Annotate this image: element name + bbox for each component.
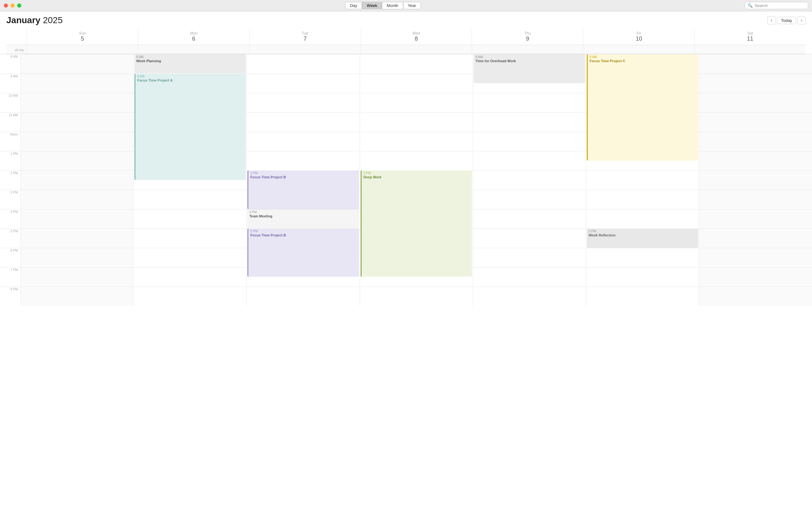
event-focus-c[interactable]: 8 AM Focus Time Project C — [587, 54, 698, 161]
app-container: Day Week Month Year 🔍 Search January 202… — [0, 0, 812, 510]
calendar-grid: 8 AM 9 AM 10 AM 11 AM Noon 1 PM 2 PM 3 P… — [0, 54, 812, 306]
calendar-header: January 2025 ‹ Today › Sun 5 Mon 6 Tue 7 — [0, 11, 812, 54]
time-gutter: 8 AM 9 AM 10 AM 11 AM Noon 1 PM 2 PM 3 P… — [0, 54, 20, 306]
view-year-button[interactable]: Year — [403, 2, 421, 9]
event-deep-work[interactable]: 2 PM Deep Work — [361, 170, 472, 277]
search-box[interactable]: 🔍 Search — [745, 2, 808, 9]
allday-thu — [472, 45, 583, 54]
day-header-mon: Mon 6 — [138, 29, 249, 45]
maximize-button[interactable] — [17, 3, 21, 8]
today-button[interactable]: Today — [777, 17, 796, 24]
view-switcher: Day Week Month Year — [345, 2, 421, 9]
window-controls — [4, 3, 21, 8]
calendar-title-row: January 2025 ‹ Today › — [6, 15, 806, 25]
search-label: Search — [755, 3, 768, 8]
allday-tue — [249, 45, 361, 54]
prev-button[interactable]: ‹ — [767, 16, 776, 24]
time-8pm: 8 PM — [0, 287, 20, 306]
event-week-planning[interactable]: 8 AM Week Planning — [134, 54, 246, 73]
time-4pm: 4 PM — [0, 209, 20, 228]
close-button[interactable] — [4, 3, 8, 8]
day-col-sun — [20, 54, 133, 306]
time-10am: 10 AM — [0, 93, 20, 112]
view-month-button[interactable]: Month — [382, 2, 403, 9]
minimize-button[interactable] — [10, 3, 14, 8]
event-overhead[interactable]: 8 AM Time for Overhead Work — [474, 54, 585, 83]
allday-mon — [138, 45, 249, 54]
allday-sun — [27, 45, 138, 54]
allday-label: all-day — [6, 45, 27, 54]
time-5pm: 5 PM — [0, 228, 20, 248]
allday-row: all-day — [6, 45, 806, 54]
day-header-tue: Tue 7 — [249, 29, 361, 45]
nav-controls: ‹ Today › — [767, 16, 806, 24]
day-col-wed: 2 PM Deep Work — [360, 54, 473, 306]
titlebar-right: 🔍 Search — [745, 2, 808, 9]
day-header-thu: Thu 9 — [472, 29, 583, 45]
time-3pm: 3 PM — [0, 190, 20, 209]
view-day-button[interactable]: Day — [345, 2, 362, 9]
day-header-wed: Wed 8 — [361, 29, 472, 45]
time-9am: 9 AM — [0, 74, 20, 93]
time-8am: 8 AM — [0, 54, 20, 74]
day-col-tue: 2 PM Focus Time Project B 4 PM Team Meet… — [246, 54, 360, 306]
next-button[interactable]: › — [798, 16, 806, 24]
day-header-fri: Fri 10 — [583, 29, 694, 45]
day-header-sun: Sun 5 — [27, 29, 138, 45]
calendar-month: January — [6, 15, 40, 25]
day-header-sat: Sat 11 — [694, 29, 806, 45]
time-1pm: 1 PM — [0, 151, 20, 170]
event-focus-b-1[interactable]: 2 PM Focus Time Project B — [247, 170, 359, 209]
day-col-thu: 8 AM Time for Overhead Work — [473, 54, 586, 306]
view-week-button[interactable]: Week — [362, 2, 382, 9]
allday-fri — [583, 45, 694, 54]
calendar-grid-container: 8 AM 9 AM 10 AM 11 AM Noon 1 PM 2 PM 3 P… — [0, 54, 812, 510]
day-col-mon: 8 AM Week Planning 9 AM Focus Time Proje… — [133, 54, 247, 306]
calendar-title: January 2025 — [6, 15, 62, 25]
time-noon: Noon — [0, 132, 20, 151]
event-focus-a[interactable]: 9 AM Focus Time Project A — [134, 74, 246, 180]
time-2pm: 2 PM — [0, 170, 20, 190]
day-col-fri: 8 AM Focus Time Project C 5 PM Week Refl… — [586, 54, 699, 306]
event-team-meeting[interactable]: 4 PM Team Meeting — [247, 209, 359, 228]
search-icon: 🔍 — [748, 3, 753, 8]
time-6pm: 6 PM — [0, 248, 20, 267]
event-week-reflection[interactable]: 5 PM Week Reflection — [587, 228, 698, 248]
day-headers: Sun 5 Mon 6 Tue 7 Wed 8 Thu 9 Fri 10 — [6, 29, 806, 45]
allday-wed — [361, 45, 472, 54]
time-11am: 11 AM — [0, 112, 20, 132]
day-col-sat — [699, 54, 812, 306]
titlebar: Day Week Month Year 🔍 Search — [0, 0, 812, 11]
event-focus-b-2[interactable]: 5 PM Focus Time Project B — [247, 228, 359, 277]
allday-sat — [694, 45, 806, 54]
calendar-year: 2025 — [43, 15, 62, 25]
time-7pm: 7 PM — [0, 267, 20, 287]
